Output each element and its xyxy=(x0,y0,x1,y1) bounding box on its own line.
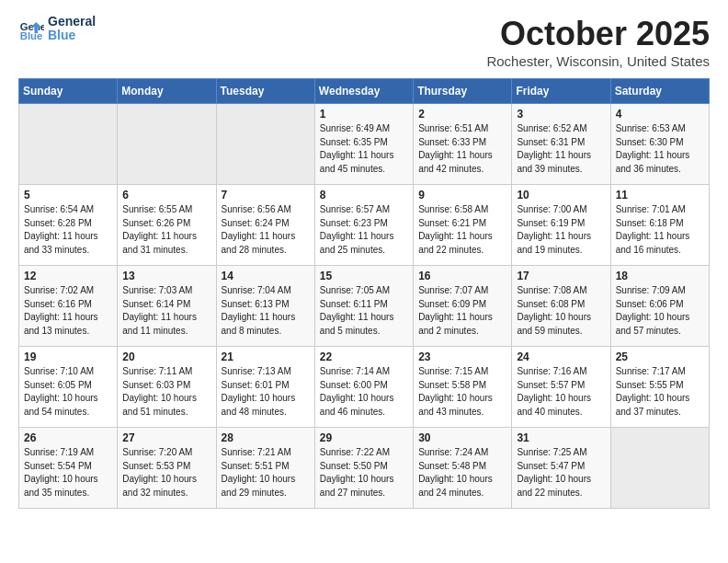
day-number: 21 xyxy=(222,350,310,363)
day-info: Sunrise: 7:00 AM Sunset: 6:19 PM Dayligh… xyxy=(517,203,605,257)
day-info: Sunrise: 6:56 AM Sunset: 6:24 PM Dayligh… xyxy=(222,203,310,257)
calendar-cell: 19Sunrise: 7:10 AM Sunset: 6:05 PM Dayli… xyxy=(19,347,118,428)
day-info: Sunrise: 6:53 AM Sunset: 6:30 PM Dayligh… xyxy=(616,122,704,176)
calendar-cell: 14Sunrise: 7:04 AM Sunset: 6:13 PM Dayli… xyxy=(216,266,314,347)
calendar-week-row: 26Sunrise: 7:19 AM Sunset: 5:54 PM Dayli… xyxy=(19,428,710,509)
title-block: October 2025 Rochester, Wisconsin, Unite… xyxy=(486,15,710,69)
day-info: Sunrise: 7:11 AM Sunset: 6:03 PM Dayligh… xyxy=(122,365,210,419)
calendar-cell: 6Sunrise: 6:55 AM Sunset: 6:26 PM Daylig… xyxy=(118,185,216,266)
day-info: Sunrise: 7:09 AM Sunset: 6:06 PM Dayligh… xyxy=(616,284,704,338)
calendar-cell xyxy=(216,104,314,185)
calendar-table: SundayMondayTuesdayWednesdayThursdayFrid… xyxy=(18,78,710,509)
calendar-week-row: 19Sunrise: 7:10 AM Sunset: 6:05 PM Dayli… xyxy=(19,347,710,428)
day-number: 6 xyxy=(122,189,210,201)
day-info: Sunrise: 6:55 AM Sunset: 6:26 PM Dayligh… xyxy=(122,203,210,257)
day-info: Sunrise: 7:03 AM Sunset: 6:14 PM Dayligh… xyxy=(122,284,210,338)
day-info: Sunrise: 7:08 AM Sunset: 6:08 PM Dayligh… xyxy=(517,284,605,338)
day-number: 20 xyxy=(122,350,210,363)
day-info: Sunrise: 7:05 AM Sunset: 6:11 PM Dayligh… xyxy=(320,284,408,338)
calendar-cell: 29Sunrise: 7:22 AM Sunset: 5:50 PM Dayli… xyxy=(314,428,413,509)
calendar-week-row: 5Sunrise: 6:54 AM Sunset: 6:28 PM Daylig… xyxy=(19,185,710,266)
calendar-cell xyxy=(118,104,216,185)
calendar-cell: 10Sunrise: 7:00 AM Sunset: 6:19 PM Dayli… xyxy=(512,185,610,266)
calendar-cell: 13Sunrise: 7:03 AM Sunset: 6:14 PM Dayli… xyxy=(118,266,216,347)
day-number: 4 xyxy=(616,108,704,121)
day-info: Sunrise: 6:54 AM Sunset: 6:28 PM Dayligh… xyxy=(24,203,112,257)
day-info: Sunrise: 7:17 AM Sunset: 5:55 PM Dayligh… xyxy=(616,365,704,419)
day-number: 22 xyxy=(320,350,408,363)
calendar-cell: 22Sunrise: 7:14 AM Sunset: 6:00 PM Dayli… xyxy=(314,347,413,428)
day-number: 29 xyxy=(320,431,408,444)
day-info: Sunrise: 6:49 AM Sunset: 6:35 PM Dayligh… xyxy=(320,122,408,176)
weekday-header-cell: Tuesday xyxy=(216,79,314,104)
calendar-cell xyxy=(19,104,118,185)
day-number: 13 xyxy=(122,270,210,282)
weekday-header-cell: Thursday xyxy=(414,79,512,104)
calendar-cell: 11Sunrise: 7:01 AM Sunset: 6:18 PM Dayli… xyxy=(610,185,709,266)
day-number: 16 xyxy=(418,270,506,282)
day-info: Sunrise: 6:52 AM Sunset: 6:31 PM Dayligh… xyxy=(517,122,605,176)
day-info: Sunrise: 7:15 AM Sunset: 5:58 PM Dayligh… xyxy=(418,365,506,419)
day-number: 25 xyxy=(616,350,704,363)
logo-line2: Blue xyxy=(48,29,96,42)
day-info: Sunrise: 6:58 AM Sunset: 6:21 PM Dayligh… xyxy=(418,203,506,257)
day-info: Sunrise: 7:19 AM Sunset: 5:54 PM Dayligh… xyxy=(24,446,112,500)
day-info: Sunrise: 6:51 AM Sunset: 6:33 PM Dayligh… xyxy=(418,122,506,176)
day-number: 26 xyxy=(24,431,112,444)
calendar-cell: 1Sunrise: 6:49 AM Sunset: 6:35 PM Daylig… xyxy=(314,104,413,185)
day-number: 28 xyxy=(222,431,310,444)
calendar-week-row: 12Sunrise: 7:02 AM Sunset: 6:16 PM Dayli… xyxy=(19,266,710,347)
weekday-header-cell: Sunday xyxy=(19,79,118,104)
month-title: October 2025 xyxy=(486,15,710,53)
day-number: 11 xyxy=(616,189,704,201)
day-number: 31 xyxy=(517,431,605,444)
svg-text:Blue: Blue xyxy=(20,31,43,42)
day-info: Sunrise: 7:07 AM Sunset: 6:09 PM Dayligh… xyxy=(418,284,506,338)
calendar-cell: 23Sunrise: 7:15 AM Sunset: 5:58 PM Dayli… xyxy=(414,347,512,428)
calendar-cell: 17Sunrise: 7:08 AM Sunset: 6:08 PM Dayli… xyxy=(512,266,610,347)
calendar-cell: 4Sunrise: 6:53 AM Sunset: 6:30 PM Daylig… xyxy=(610,104,709,185)
day-number: 10 xyxy=(517,189,605,201)
day-info: Sunrise: 7:21 AM Sunset: 5:51 PM Dayligh… xyxy=(222,446,310,500)
weekday-header-cell: Friday xyxy=(512,79,610,104)
calendar-cell: 2Sunrise: 6:51 AM Sunset: 6:33 PM Daylig… xyxy=(414,104,512,185)
calendar-week-row: 1Sunrise: 6:49 AM Sunset: 6:35 PM Daylig… xyxy=(19,104,710,185)
calendar-cell: 26Sunrise: 7:19 AM Sunset: 5:54 PM Dayli… xyxy=(19,428,118,509)
day-number: 2 xyxy=(418,108,506,121)
page-header: General Blue General Blue October 2025 R… xyxy=(18,15,710,69)
calendar-cell: 25Sunrise: 7:17 AM Sunset: 5:55 PM Dayli… xyxy=(610,347,709,428)
day-info: Sunrise: 7:22 AM Sunset: 5:50 PM Dayligh… xyxy=(320,446,408,500)
calendar-body: 1Sunrise: 6:49 AM Sunset: 6:35 PM Daylig… xyxy=(19,104,710,509)
calendar-cell: 30Sunrise: 7:24 AM Sunset: 5:48 PM Dayli… xyxy=(414,428,512,509)
day-number: 14 xyxy=(222,270,310,282)
day-number: 30 xyxy=(418,431,506,444)
weekday-header-cell: Wednesday xyxy=(314,79,413,104)
day-number: 3 xyxy=(517,108,605,121)
day-number: 18 xyxy=(616,270,704,282)
weekday-header-row: SundayMondayTuesdayWednesdayThursdayFrid… xyxy=(19,79,710,104)
calendar-cell: 27Sunrise: 7:20 AM Sunset: 5:53 PM Dayli… xyxy=(118,428,216,509)
day-info: Sunrise: 7:14 AM Sunset: 6:00 PM Dayligh… xyxy=(320,365,408,419)
calendar-cell: 15Sunrise: 7:05 AM Sunset: 6:11 PM Dayli… xyxy=(314,266,413,347)
location: Rochester, Wisconsin, United States xyxy=(486,53,710,69)
day-info: Sunrise: 6:57 AM Sunset: 6:23 PM Dayligh… xyxy=(320,203,408,257)
calendar-cell: 9Sunrise: 6:58 AM Sunset: 6:21 PM Daylig… xyxy=(414,185,512,266)
day-number: 27 xyxy=(122,431,210,444)
calendar-cell: 21Sunrise: 7:13 AM Sunset: 6:01 PM Dayli… xyxy=(216,347,314,428)
calendar-cell: 18Sunrise: 7:09 AM Sunset: 6:06 PM Dayli… xyxy=(610,266,709,347)
day-number: 1 xyxy=(320,108,408,121)
logo-line1: General xyxy=(48,15,96,29)
calendar-cell: 28Sunrise: 7:21 AM Sunset: 5:51 PM Dayli… xyxy=(216,428,314,509)
day-number: 12 xyxy=(24,270,112,282)
day-number: 17 xyxy=(517,270,605,282)
calendar-cell: 8Sunrise: 6:57 AM Sunset: 6:23 PM Daylig… xyxy=(314,185,413,266)
calendar-cell: 7Sunrise: 6:56 AM Sunset: 6:24 PM Daylig… xyxy=(216,185,314,266)
calendar-cell: 12Sunrise: 7:02 AM Sunset: 6:16 PM Dayli… xyxy=(19,266,118,347)
day-info: Sunrise: 7:20 AM Sunset: 5:53 PM Dayligh… xyxy=(122,446,210,500)
day-info: Sunrise: 7:04 AM Sunset: 6:13 PM Dayligh… xyxy=(222,284,310,338)
day-info: Sunrise: 7:01 AM Sunset: 6:18 PM Dayligh… xyxy=(616,203,704,257)
day-number: 24 xyxy=(517,350,605,363)
day-number: 23 xyxy=(418,350,506,363)
day-info: Sunrise: 7:02 AM Sunset: 6:16 PM Dayligh… xyxy=(24,284,112,338)
calendar-cell: 16Sunrise: 7:07 AM Sunset: 6:09 PM Dayli… xyxy=(414,266,512,347)
